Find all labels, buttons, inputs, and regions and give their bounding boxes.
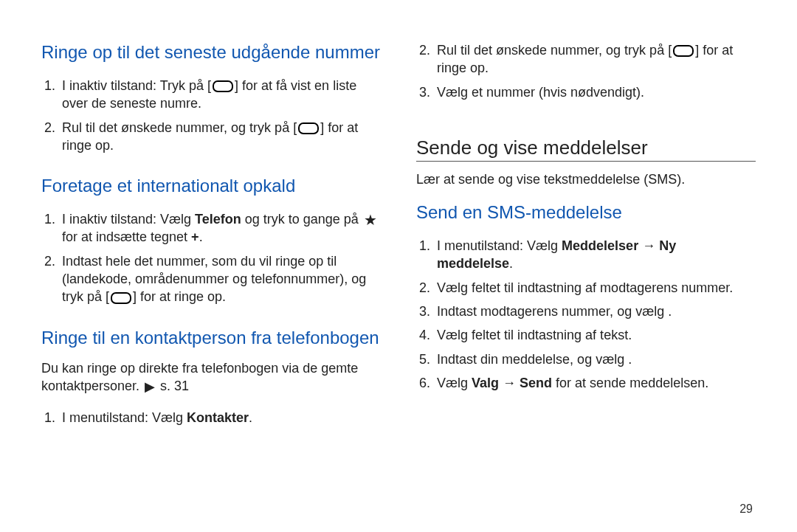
body-messages: Lær at sende og vise tekstmeddelelse (SM… (416, 170, 756, 188)
list-item: Vælg et nummer (hvis nødvendigt). (434, 83, 756, 101)
list-send-sms: I menutilstand: Vælg Meddelelser → Ny me… (416, 234, 756, 398)
heading-phonebook: Ringe til en kontaktperson fra telefonbo… (41, 327, 381, 349)
heading-international: Foretage et internationalt opkald (41, 175, 381, 197)
list-item: Vælg Valg → Send for at sende meddelelse… (434, 374, 756, 392)
list-international: I inaktiv tilstand: Vælg Telefon og tryk… (41, 207, 381, 311)
list-item: Rul til det ønskede nummer, og tryk på [… (59, 119, 381, 155)
page-number: 29 (739, 502, 753, 516)
list-item: I inaktiv tilstand: Vælg Telefon og tryk… (59, 210, 381, 246)
call-icon (298, 122, 319, 134)
list-item: Indtast hele det nummer, som du vil ring… (59, 252, 381, 306)
star-icon: ★ (364, 213, 377, 227)
list-item: Indtast din meddelelse, og vælg . (434, 350, 756, 368)
arrow-icon: ▶ (145, 378, 155, 395)
call-icon (111, 292, 131, 304)
right-column: Rul til det ønskede nummer, og tryk på [… (416, 35, 756, 502)
list-phonebook-continued: Rul til det ønskede nummer, og tryk på [… (416, 38, 756, 107)
list-item: Vælg feltet til indtastning af modtagere… (434, 279, 756, 297)
body-phonebook: Du kan ringe op direkte fra telefonbogen… (41, 359, 381, 396)
heading-messages: Sende og vise meddelelser (416, 137, 756, 159)
manual-page: Ringe op til det seneste udgående nummer… (0, 0, 797, 532)
heading-send-sms: Send en SMS-meddelelse (416, 201, 756, 224)
list-item: I menutilstand: Vælg Kontakter. (59, 409, 381, 426)
list-redial: I inaktiv tilstand: Tryk på [] for at få… (41, 74, 381, 160)
list-phonebook: I menutilstand: Vælg Kontakter. (41, 406, 381, 432)
list-item: I menutilstand: Vælg Meddelelser → Ny me… (434, 237, 756, 273)
list-item: Indtast modtagerens nummer, og vælg . (434, 303, 756, 320)
call-icon (673, 45, 694, 57)
left-column: Ringe op til det seneste udgående nummer… (41, 35, 381, 502)
heading-redial: Ringe op til det seneste udgående nummer (41, 41, 381, 63)
list-item: Rul til det ønskede nummer, og tryk på [… (434, 41, 756, 77)
call-icon (213, 80, 233, 92)
list-item: I inaktiv tilstand: Tryk på [] for at få… (59, 77, 381, 113)
heading-underline (416, 161, 756, 162)
list-item: Vælg feltet til indtastning af tekst. (434, 326, 756, 344)
